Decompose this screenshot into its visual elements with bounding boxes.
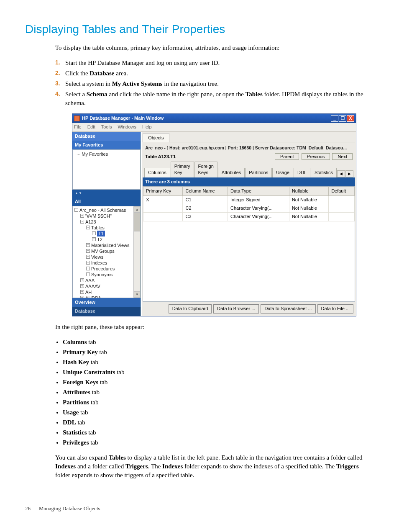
- table-row[interactable]: X C1 Integer Signed Not Nullable: [143, 195, 355, 204]
- closing-paragraph: You can also expand Tables to display a …: [55, 453, 374, 480]
- page-number: 26: [25, 505, 31, 512]
- collapse-up-icon[interactable]: ▲: [75, 191, 78, 195]
- next-button[interactable]: Next: [332, 153, 353, 160]
- data-to-spreadsheet-button[interactable]: Data to Spreadsheet ...: [261, 304, 315, 313]
- step-num: 4.: [55, 90, 65, 108]
- overview-panel-header[interactable]: Overview: [72, 298, 141, 307]
- tab-attributes[interactable]: Attributes: [218, 168, 245, 177]
- table-row[interactable]: C2 Character Varying(... Not Nullable: [143, 204, 355, 213]
- data-to-clipboard-button[interactable]: Data to Clipboard: [169, 304, 212, 313]
- steps-list: 1. Start the HP Database Manager and log…: [55, 59, 374, 108]
- tab-ddl[interactable]: DDL: [294, 168, 310, 177]
- tree-node[interactable]: A123: [85, 219, 96, 225]
- expand-icon[interactable]: -: [80, 220, 84, 224]
- window-minimize-button[interactable]: _: [331, 115, 338, 122]
- expand-icon[interactable]: +: [80, 296, 84, 298]
- tree-node[interactable]: MV Groups: [91, 248, 115, 254]
- tree-node[interactable]: AHDBA: [85, 295, 101, 298]
- expand-icon[interactable]: +: [80, 278, 84, 282]
- col-header-name[interactable]: Column Name: [183, 187, 228, 195]
- previous-button[interactable]: Previous: [302, 153, 330, 160]
- menu-tools[interactable]: Tools: [101, 124, 112, 130]
- favorites-item[interactable]: My Favorites: [82, 152, 108, 157]
- scroll-up-icon[interactable]: ▲: [134, 206, 140, 213]
- expand-icon[interactable]: +: [86, 267, 90, 270]
- app-screenshot: HP Database Manager - Main Window _ ❐ X …: [72, 113, 356, 316]
- columns-grid[interactable]: Primary Key Column Name Data Type Nullab…: [143, 186, 355, 302]
- expand-icon[interactable]: +: [86, 272, 90, 276]
- col-header-pk[interactable]: Primary Key: [143, 187, 183, 195]
- tree-node[interactable]: "#VM $SCH": [85, 213, 112, 219]
- tree-scrollbar[interactable]: ▲ ▼: [133, 206, 140, 298]
- tab-scroll-right-icon[interactable]: ▶: [345, 170, 353, 177]
- expand-icon[interactable]: +: [92, 231, 96, 235]
- database-panel-header[interactable]: Database: [72, 132, 141, 141]
- page-footer: 26 Managing Database Objects: [25, 505, 374, 512]
- scroll-thumb[interactable]: [134, 213, 140, 231]
- my-favorites-pane: ···· My Favorites: [72, 149, 141, 190]
- tree-node[interactable]: T2: [97, 236, 102, 242]
- my-favorites-header[interactable]: My Favorites: [72, 141, 141, 149]
- tab-partitions[interactable]: Partitions: [245, 168, 272, 177]
- tab-usage[interactable]: Usage: [272, 168, 293, 177]
- step-text: Select a Schema and click the table name…: [65, 90, 374, 108]
- step-text: Select a system in My Active Systems in …: [65, 80, 374, 88]
- app-icon: [74, 116, 80, 121]
- menu-help[interactable]: Help: [142, 124, 152, 130]
- expand-icon[interactable]: +: [86, 255, 90, 259]
- expand-icon[interactable]: +: [86, 249, 90, 253]
- window-close-button[interactable]: X: [347, 115, 354, 122]
- tab-scroll-left-icon[interactable]: ◀: [337, 170, 345, 177]
- page-heading: Displaying Tables and Their Properties: [25, 21, 374, 37]
- window-maximize-button[interactable]: ❐: [339, 115, 346, 122]
- navigation-pane: Database My Favorites ···· My Favorites …: [72, 132, 141, 316]
- data-to-file-button[interactable]: Data to File ...: [317, 304, 353, 313]
- tree-node-selected[interactable]: T1: [97, 231, 105, 236]
- tree-node[interactable]: Synonyms: [91, 272, 113, 278]
- tree-node[interactable]: Indexes: [91, 260, 107, 266]
- property-tabs: Columns Primary Key Foreign Keys Attribu…: [143, 162, 355, 177]
- tree-root[interactable]: Arc_neo - All Schemas: [79, 207, 126, 213]
- expand-icon[interactable]: -: [74, 208, 78, 212]
- step-text: Start the HP Database Manager and log on…: [65, 59, 374, 67]
- scroll-down-icon[interactable]: ▼: [134, 291, 140, 298]
- expand-icon[interactable]: +: [86, 261, 90, 265]
- menu-edit[interactable]: Edit: [87, 124, 95, 130]
- menu-windows[interactable]: Windows: [118, 124, 136, 130]
- tree-node[interactable]: AAAAV: [85, 283, 100, 289]
- all-panel-header[interactable]: ▲▼: [72, 190, 141, 197]
- expand-icon[interactable]: +: [86, 243, 90, 247]
- expand-icon[interactable]: +: [92, 237, 96, 241]
- tab-primary-key[interactable]: Primary Key: [171, 162, 194, 177]
- expand-icon[interactable]: -: [86, 226, 90, 229]
- parent-button[interactable]: Parent: [275, 153, 299, 160]
- tree-node-tables[interactable]: Tables: [91, 225, 105, 231]
- tree-node[interactable]: Views: [91, 254, 103, 260]
- breadcrumb: Arc_neo - [ Host: arc0101.cup.hp.com | P…: [143, 142, 355, 151]
- menu-file[interactable]: File: [74, 124, 82, 130]
- col-header-nullable[interactable]: Nullable: [289, 187, 328, 195]
- column-count-label: There are 3 columns: [143, 177, 355, 186]
- expand-icon[interactable]: +: [80, 290, 84, 294]
- tree-node[interactable]: Procedures: [91, 266, 115, 272]
- after-shot-text: In the right pane, these tabs appear:: [55, 323, 374, 332]
- table-row[interactable]: C3 Character Varying(... Not Nullable: [143, 213, 355, 221]
- schema-tree[interactable]: -Arc_neo - All Schemas +"#VM $SCH" -A123…: [73, 206, 140, 298]
- expand-icon[interactable]: +: [80, 284, 84, 288]
- objects-tab[interactable]: Objects: [143, 133, 169, 142]
- expand-icon[interactable]: +: [80, 214, 84, 218]
- tree-node[interactable]: AH: [85, 289, 92, 295]
- step-num: 2.: [55, 69, 65, 78]
- step-text: Click the Database area.: [65, 69, 374, 78]
- col-header-type[interactable]: Data Type: [228, 187, 289, 195]
- database-footer[interactable]: Database: [72, 307, 141, 316]
- col-header-default[interactable]: Default: [329, 187, 355, 195]
- data-to-browser-button[interactable]: Data to Browser ...: [213, 304, 259, 313]
- tab-statistics[interactable]: Statistics: [311, 168, 337, 177]
- tree-node[interactable]: AAA: [85, 278, 95, 283]
- collapse-down-icon[interactable]: ▼: [79, 191, 82, 195]
- tab-foreign-keys[interactable]: Foreign Keys: [194, 162, 217, 177]
- tree-node[interactable]: Materialized Views: [91, 242, 130, 248]
- window-titlebar[interactable]: HP Database Manager - Main Window _ ❐ X: [72, 114, 356, 123]
- tab-columns[interactable]: Columns: [144, 168, 170, 177]
